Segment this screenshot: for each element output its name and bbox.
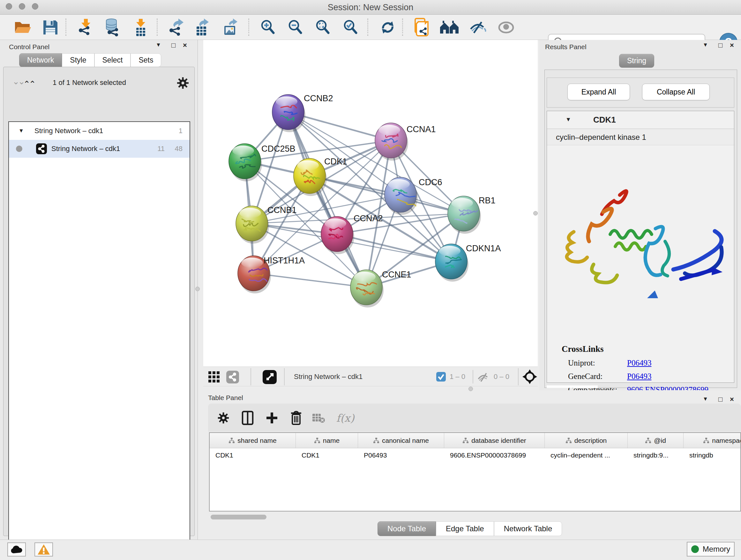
tab-sets[interactable]: Sets bbox=[131, 53, 161, 67]
zoom-in-icon[interactable] bbox=[257, 18, 279, 37]
tab-network-table[interactable]: Network Table bbox=[494, 521, 562, 536]
memory-button[interactable]: Memory bbox=[687, 542, 735, 557]
collapse-panel-icon[interactable]: ▼ bbox=[703, 42, 708, 48]
float-panel-icon[interactable]: □ bbox=[172, 41, 176, 50]
close-panel-icon[interactable]: × bbox=[730, 395, 734, 403]
expand-all-button[interactable]: Expand All bbox=[567, 84, 630, 100]
export-table-icon[interactable] bbox=[191, 18, 213, 37]
memory-label: Memory bbox=[703, 545, 731, 554]
tab-edge-table[interactable]: Edge Table bbox=[436, 521, 494, 536]
float-panel-icon[interactable]: □ bbox=[718, 41, 723, 50]
string-results-content: Expand All Collapse All ▼ CDK1 cyclin–de… bbox=[544, 70, 737, 388]
column-header-description[interactable]: description bbox=[545, 433, 628, 448]
node-CDKN1A[interactable]: CDKN1A bbox=[435, 244, 501, 282]
refresh-icon[interactable] bbox=[377, 18, 399, 37]
import-network-file-icon[interactable] bbox=[74, 18, 97, 37]
node-label-CCNA2: CCNA2 bbox=[354, 213, 383, 223]
network-tab-content: ⌄⌄ ⌃⌃ 1 of 1 Network selected ▼ String N… bbox=[3, 67, 195, 536]
tab-style[interactable]: Style bbox=[62, 53, 94, 67]
scrollbar-thumb[interactable] bbox=[211, 515, 266, 519]
zoom-selected-icon[interactable] bbox=[339, 18, 361, 37]
cdk1-card: ▼ CDK1 cyclin–dependent kinase 1 bbox=[547, 111, 734, 383]
toolbar-separator bbox=[402, 18, 403, 36]
table-options-gear-icon[interactable] bbox=[214, 411, 232, 425]
node-HIST1H1A[interactable]: HIST1H1A bbox=[238, 256, 305, 294]
show-columns-icon[interactable] bbox=[239, 411, 257, 425]
table-toolbar: f(x) bbox=[208, 403, 741, 432]
network-options-gear-icon[interactable] bbox=[176, 76, 190, 90]
right-splitter-handle[interactable] bbox=[533, 211, 538, 215]
float-panel-icon[interactable]: □ bbox=[718, 395, 723, 403]
column-header-name[interactable]: name bbox=[296, 433, 358, 448]
table-cell[interactable]: CDK1 bbox=[210, 448, 296, 463]
collapse-panel-icon[interactable]: ▼ bbox=[156, 42, 161, 48]
window-title: Session: New Session bbox=[0, 3, 741, 12]
table-cell[interactable]: cyclin–dependent ... bbox=[545, 448, 628, 463]
delete-table-icon[interactable] bbox=[310, 411, 327, 425]
collapse-panel-icon[interactable]: ▼ bbox=[703, 396, 708, 402]
table-cell[interactable]: stringdb bbox=[684, 448, 741, 463]
network-canvas[interactable]: CCNB2CCNA1CDC25BCDK1CDC6RB1CCNB1CCNA2CDK… bbox=[203, 40, 538, 367]
node-CCNB2[interactable]: CCNB2 bbox=[272, 94, 333, 132]
crosslink-link[interactable]: P06493 bbox=[627, 372, 651, 381]
gene-card-header[interactable]: ▼ CDK1 bbox=[547, 111, 734, 129]
create-column-icon[interactable] bbox=[263, 411, 281, 425]
results-panel: Results Panel ▼ □ × String Expand All Co… bbox=[539, 40, 741, 390]
collapse-section-icon[interactable]: ▼ bbox=[565, 116, 571, 123]
export-network-icon[interactable] bbox=[165, 18, 187, 37]
column-header-shared-name[interactable]: shared name bbox=[210, 433, 296, 448]
selected-nodes-checkbox[interactable] bbox=[436, 372, 446, 381]
string-network-graph[interactable]: CCNB2CCNA1CDC25BCDK1CDC6RB1CCNB1CCNA2CDK… bbox=[203, 40, 538, 367]
function-builder-icon[interactable]: f(x) bbox=[333, 411, 358, 425]
table-cell[interactable]: CDK1 bbox=[296, 448, 358, 463]
toolbar-separator bbox=[248, 18, 249, 36]
table-hscrollbar[interactable] bbox=[209, 514, 741, 520]
node-RB1[interactable]: RB1 bbox=[448, 196, 495, 234]
node-gloss bbox=[379, 125, 400, 135]
close-panel-icon[interactable]: × bbox=[730, 41, 734, 50]
tab-string[interactable]: String bbox=[619, 54, 654, 68]
cloud-button[interactable] bbox=[7, 543, 26, 557]
collapse-all-button[interactable]: Collapse All bbox=[642, 84, 710, 100]
bottom-splitter-handle[interactable] bbox=[468, 387, 473, 391]
import-table-file-icon[interactable] bbox=[129, 18, 151, 37]
open-session-icon[interactable] bbox=[12, 18, 34, 37]
column-header-namespace[interactable]: namespace bbox=[684, 433, 741, 448]
preview-eye-icon[interactable] bbox=[495, 18, 517, 37]
network-collection-row[interactable]: ▼ String Network – cdk1 1 bbox=[9, 122, 190, 140]
warnings-button[interactable] bbox=[35, 543, 53, 557]
check-icon bbox=[436, 372, 446, 381]
column-header-database-identifier[interactable]: database identifier bbox=[444, 433, 545, 448]
table-cell[interactable]: stringdb:9... bbox=[628, 448, 684, 463]
hidden-eye-icon bbox=[477, 372, 490, 382]
crosslink-link[interactable]: P06493 bbox=[627, 359, 651, 367]
table-row[interactable]: CDK1CDK1P064939606.ENSP00000378699cyclin… bbox=[210, 448, 740, 463]
import-network-database-icon[interactable] bbox=[102, 18, 124, 37]
grid-view-icon[interactable] bbox=[208, 371, 220, 383]
close-panel-icon[interactable]: × bbox=[183, 41, 187, 50]
zoom-fit-icon[interactable] bbox=[312, 18, 334, 37]
table-cell[interactable]: 9606.ENSP00000378699 bbox=[444, 448, 545, 463]
results-scrollbar[interactable] bbox=[547, 385, 598, 388]
network-view-icon[interactable] bbox=[226, 371, 239, 383]
save-session-icon[interactable] bbox=[39, 18, 62, 37]
zoom-out-icon[interactable] bbox=[284, 18, 307, 37]
cloud-icon bbox=[10, 545, 23, 554]
table-cell[interactable]: P06493 bbox=[358, 448, 444, 463]
show-all-networks-icon[interactable] bbox=[438, 18, 461, 37]
tab-network[interactable]: Network bbox=[19, 53, 62, 67]
column-header--id[interactable]: @id bbox=[628, 433, 684, 448]
delete-column-icon[interactable] bbox=[287, 411, 305, 425]
hide-selected-eye-icon[interactable] bbox=[467, 18, 489, 37]
hidden-counter: 0 – 0 bbox=[494, 367, 509, 387]
tab-select[interactable]: Select bbox=[94, 53, 131, 67]
tab-node-table[interactable]: Node Table bbox=[378, 521, 436, 536]
export-image-icon[interactable] bbox=[219, 18, 242, 37]
left-splitter-handle[interactable] bbox=[195, 287, 200, 291]
clone-network-icon[interactable] bbox=[411, 18, 433, 37]
detach-view-icon[interactable] bbox=[263, 370, 277, 384]
tree-expander-icon[interactable]: ▼ bbox=[18, 122, 24, 140]
crosshair-icon[interactable] bbox=[522, 369, 537, 384]
column-header-canonical-name[interactable]: canonical name bbox=[358, 433, 444, 448]
network-row-selected[interactable]: String Network – cdk1 11 48 bbox=[9, 140, 190, 158]
